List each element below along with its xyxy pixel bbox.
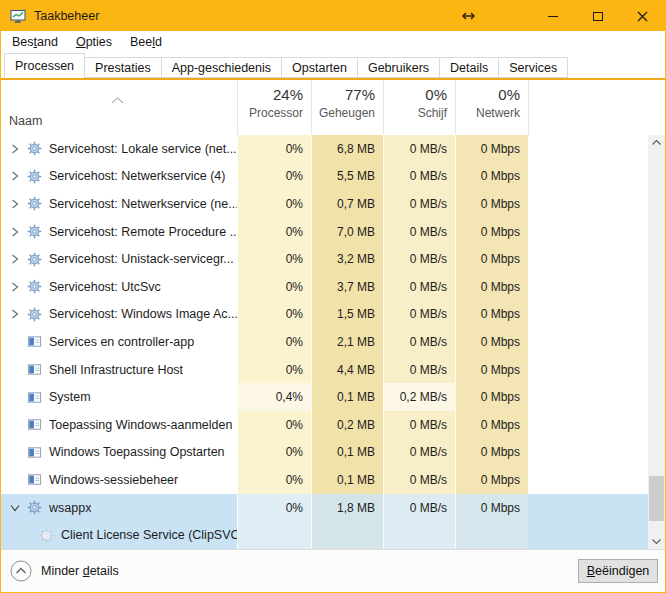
disk-cell: 0 MB/s xyxy=(383,218,455,246)
table-row[interactable]: Servicehost: Netwerkservice (ne... 0% 0,… xyxy=(1,190,648,218)
maximize-button[interactable] xyxy=(575,1,620,31)
process-name: Servicehost: Unistack-servicegr... xyxy=(49,252,234,266)
table-row[interactable]: Toepassing Windows-aanmelden 0% 0,2 MB 0… xyxy=(1,411,648,439)
tab-label: Processen xyxy=(15,59,74,73)
column-header-memory[interactable]: 77% Geheugen xyxy=(311,80,383,135)
vertical-scrollbar[interactable] xyxy=(648,135,665,549)
cpu-cell: 0% xyxy=(237,466,311,494)
cpu-cell: 0% xyxy=(237,328,311,356)
table-row[interactable]: Servicehost: Unistack-servicegr... 0% 3,… xyxy=(1,245,648,273)
cpu-cell: 0% xyxy=(237,245,311,273)
expand-chevron-icon[interactable] xyxy=(8,504,22,512)
scroll-up-icon[interactable] xyxy=(648,135,665,150)
tab-gebruikers[interactable]: Gebruikers xyxy=(357,57,440,78)
expand-chevron-icon[interactable] xyxy=(8,199,22,209)
tab-prestaties[interactable]: Prestaties xyxy=(84,57,162,78)
table-row[interactable]: Shell Infrastructure Host 0% 4,4 MB 0 MB… xyxy=(1,356,648,384)
row-filler xyxy=(528,218,648,246)
cpu-cell: 0% xyxy=(237,301,311,329)
scrollbar-thumb[interactable] xyxy=(649,476,664,521)
network-cell: 0 Mbps xyxy=(455,383,528,411)
close-button[interactable] xyxy=(620,1,665,31)
row-filler xyxy=(528,466,648,494)
table-row[interactable]: Client License Service (ClipSVC) xyxy=(1,521,648,549)
row-filler xyxy=(528,301,648,329)
process-name: Servicehost: Remote Procedure ... xyxy=(49,225,239,239)
expand-chevron-icon[interactable] xyxy=(8,171,22,181)
disk-cell: 0 MB/s xyxy=(383,439,455,467)
table-row[interactable]: wsappx 0% 1,8 MB 0 MB/s 0 Mbps xyxy=(1,494,648,522)
disk-cell: 0 MB/s xyxy=(383,163,455,191)
window-icon xyxy=(26,444,42,460)
memory-cell: 6,8 MB xyxy=(311,135,383,163)
expand-chevron-icon[interactable] xyxy=(8,144,22,154)
column-header-cpu[interactable]: 24% Processor xyxy=(237,80,311,135)
tab-label: App-geschiedenis xyxy=(172,61,271,75)
cpu-cell: 0% xyxy=(237,163,311,191)
network-total-value: 0% xyxy=(498,86,520,103)
process-name: Toepassing Windows-aanmelden xyxy=(49,418,232,432)
gear-icon xyxy=(26,500,42,516)
table-row[interactable]: Services en controller-app 0% 2,1 MB 0 M… xyxy=(1,328,648,356)
disk-cell xyxy=(383,521,455,549)
gear-icon xyxy=(26,224,42,240)
menu-item-beeld[interactable]: Beeld xyxy=(121,33,171,51)
menu-item-opties[interactable]: Opties xyxy=(67,33,121,51)
column-header-name[interactable]: Naam xyxy=(1,80,237,135)
column-header-disk[interactable]: 0% Schijf xyxy=(383,80,455,135)
tab-details[interactable]: Details xyxy=(439,57,499,78)
table-row[interactable]: System 0,4% 0,1 MB 0,2 MB/s 0 Mbps xyxy=(1,383,648,411)
tab-processen[interactable]: Processen xyxy=(4,53,85,78)
cpu-cell: 0% xyxy=(237,135,311,163)
cpu-cell: 0% xyxy=(237,494,311,522)
tab-bar: ProcessenPrestatiesApp-geschiedenisOpsta… xyxy=(1,53,665,78)
table-row[interactable]: Servicehost: Lokale service (net... 0% 6… xyxy=(1,135,648,163)
table-row[interactable]: Servicehost: UtcSvc 0% 3,7 MB 0 MB/s 0 M… xyxy=(1,273,648,301)
fewer-details-toggle[interactable]: Minder details xyxy=(10,560,119,582)
expand-chevron-icon[interactable] xyxy=(8,282,22,292)
process-name: Services en controller-app xyxy=(49,335,194,349)
menu-bar: BestandOptiesBeeld xyxy=(1,31,665,53)
window-icon xyxy=(26,334,42,350)
tab-opstarten[interactable]: Opstarten xyxy=(281,57,358,78)
close-icon xyxy=(637,11,648,22)
table-row[interactable]: Servicehost: Netwerkservice (4) 0% 5,5 M… xyxy=(1,163,648,191)
end-task-button[interactable]: Beëindigen xyxy=(578,559,658,583)
window-icon xyxy=(26,389,42,405)
tab-label: Opstarten xyxy=(292,61,347,75)
disk-cell: 0 MB/s xyxy=(383,273,455,301)
table-row[interactable]: Windows-sessiebeheer 0% 0,1 MB 0 MB/s 0 … xyxy=(1,466,648,494)
process-name: Servicehost: Netwerkservice (ne... xyxy=(49,197,239,211)
task-manager-window: Taakbeheer BestandOptiesBeeld ProcessenP… xyxy=(0,0,666,593)
process-name: System xyxy=(49,390,91,404)
tab-app-geschiedenis[interactable]: App-geschiedenis xyxy=(161,57,282,78)
minimize-button[interactable] xyxy=(530,1,575,31)
cpu-cell: 0% xyxy=(237,218,311,246)
disk-cell: 0 MB/s xyxy=(383,328,455,356)
process-name: Servicehost: Windows Image Ac... xyxy=(49,307,238,321)
cpu-cell: 0% xyxy=(237,273,311,301)
disk-cell: 0 MB/s xyxy=(383,466,455,494)
horizontal-resize-icon[interactable] xyxy=(448,1,488,31)
memory-cell: 3,7 MB xyxy=(311,273,383,301)
network-cell: 0 Mbps xyxy=(455,301,528,329)
gear-icon xyxy=(26,168,42,184)
expand-chevron-icon[interactable] xyxy=(8,309,22,319)
row-filler xyxy=(528,328,648,356)
table-row[interactable]: Servicehost: Windows Image Ac... 0% 1,5 … xyxy=(1,301,648,329)
table-row[interactable]: Windows Toepassing Opstarten 0% 0,1 MB 0… xyxy=(1,439,648,467)
memory-cell: 7,0 MB xyxy=(311,218,383,246)
expand-chevron-icon[interactable] xyxy=(8,227,22,237)
column-header-network[interactable]: 0% Netwerk xyxy=(455,80,528,135)
table-row[interactable]: Servicehost: Remote Procedure ... 0% 7,0… xyxy=(1,218,648,246)
end-task-label: Beëindigen xyxy=(587,564,650,578)
menu-item-bestand[interactable]: Bestand xyxy=(3,33,67,51)
row-filler xyxy=(528,383,648,411)
expand-chevron-icon[interactable] xyxy=(8,254,22,264)
disk-cell: 0 MB/s xyxy=(383,135,455,163)
row-filler xyxy=(528,411,648,439)
disk-cell: 0 MB/s xyxy=(383,301,455,329)
disk-cell: 0 MB/s xyxy=(383,494,455,522)
tab-services[interactable]: Services xyxy=(498,57,568,78)
scroll-down-icon[interactable] xyxy=(648,534,665,549)
